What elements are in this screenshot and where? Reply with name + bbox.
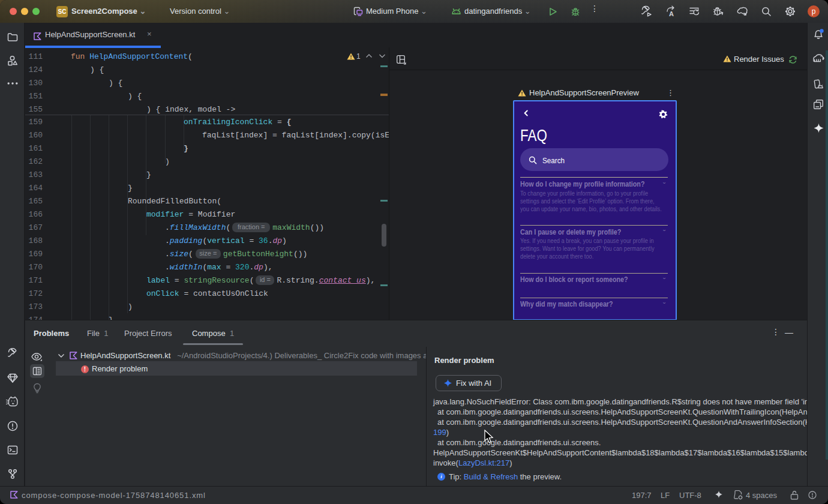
svg-text:A: A	[669, 10, 674, 17]
